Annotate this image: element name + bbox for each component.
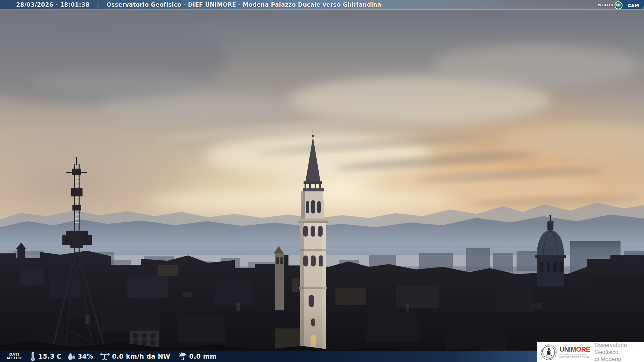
weathercam-weather-text: Weather	[598, 2, 617, 7]
university-subtitle: UNIVERSITÀ DEGLI STUDI DI MODENA E REGGI…	[559, 353, 591, 358]
temperature-value: 15.3 C	[38, 353, 61, 360]
wind-vane-icon	[99, 352, 110, 361]
rain-value: 0.0 mm	[189, 353, 217, 360]
unimore-credit-box[interactable]: 1175 UNIMORE UNIVERSITÀ DEGLI STUDI DI M…	[537, 342, 644, 362]
weathercam-banner: CAM	[616, 0, 644, 9]
rain-reading: 0.0 mm	[178, 352, 217, 361]
humidity-value: 34%	[78, 353, 93, 360]
unimore-uni-text: UNI	[559, 346, 571, 353]
weathercam-logo[interactable]: Weather CAM	[598, 0, 643, 9]
wind-value: 0.0 km/h da NW	[112, 353, 170, 360]
top-overlay-bar: 28/03/2026 - 18:01:38 | Osservatorio Geo…	[0, 0, 644, 10]
unimore-more-text: MORE	[571, 346, 590, 353]
webcam-viewer: 28/03/2026 - 18:01:38 | Osservatorio Geo…	[0, 0, 644, 362]
weathercam-cam-text: CAM	[628, 1, 639, 8]
humidity-drops-icon	[67, 352, 76, 361]
humidity-reading: 34%	[67, 352, 93, 361]
temperature-reading: 15.3 C	[30, 352, 61, 361]
unimore-seal-icon: 1175	[541, 344, 557, 360]
unimore-wordmark: UNIMORE UNIVERSITÀ DEGLI STUDI DI MODENA…	[559, 346, 591, 358]
separator: |	[97, 1, 99, 8]
wind-reading: 0.0 km/h da NW	[99, 352, 170, 361]
umbrella-icon	[178, 352, 187, 361]
observatory-name: Osservatorio Geofisico di Modena	[595, 342, 644, 362]
svg-text:1175: 1175	[547, 357, 550, 359]
camera-title: Osservatorio Geofisico - DIEF UNIMORE - …	[106, 1, 381, 8]
dati-meteo-label: DATI METEO	[7, 353, 21, 360]
thermometer-icon	[30, 352, 36, 361]
webcam-photo	[0, 0, 644, 362]
datetime-text: 28/03/2026 - 18:01:38	[16, 1, 90, 8]
